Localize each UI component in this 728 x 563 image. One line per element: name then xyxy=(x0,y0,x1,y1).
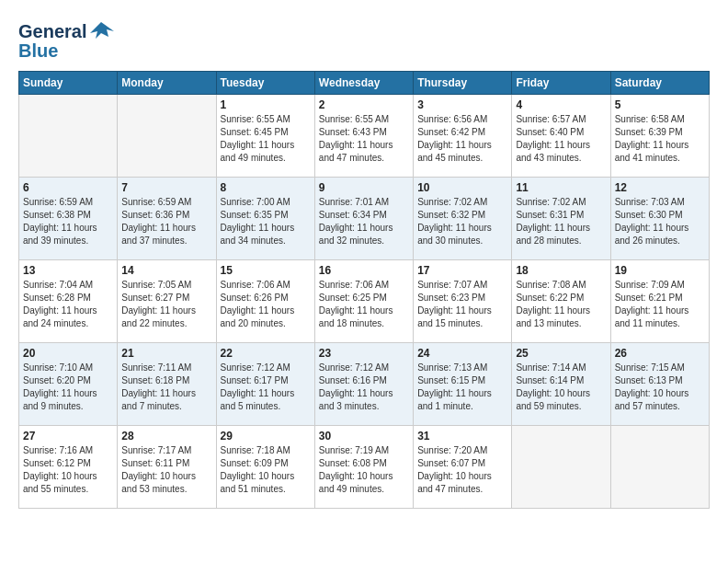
day-info: Sunrise: 7:07 AM Sunset: 6:23 PM Dayligh… xyxy=(417,279,507,330)
day-info: Sunrise: 7:09 AM Sunset: 6:21 PM Dayligh… xyxy=(615,279,705,330)
calendar-cell xyxy=(610,426,709,509)
calendar-table: SundayMondayTuesdayWednesdayThursdayFrid… xyxy=(18,71,710,509)
day-info: Sunrise: 7:03 AM Sunset: 6:30 PM Dayligh… xyxy=(615,196,705,247)
day-info: Sunrise: 7:17 AM Sunset: 6:11 PM Dayligh… xyxy=(121,444,211,496)
day-number: 21 xyxy=(121,347,211,360)
day-number: 9 xyxy=(319,181,409,194)
calendar-cell: 17Sunrise: 7:07 AM Sunset: 6:23 PM Dayli… xyxy=(414,260,512,343)
day-number: 2 xyxy=(319,98,409,111)
day-number: 25 xyxy=(516,347,606,360)
day-info: Sunrise: 7:16 AM Sunset: 6:12 PM Dayligh… xyxy=(23,444,113,496)
day-info: Sunrise: 7:04 AM Sunset: 6:28 PM Dayligh… xyxy=(23,279,113,330)
calendar-cell xyxy=(512,426,610,509)
day-number: 1 xyxy=(221,98,311,111)
day-number: 26 xyxy=(615,347,705,360)
day-number: 27 xyxy=(23,430,113,442)
day-info: Sunrise: 6:55 AM Sunset: 6:45 PM Dayligh… xyxy=(221,113,311,165)
weekday-header-wednesday: Wednesday xyxy=(314,72,413,95)
weekday-header-tuesday: Tuesday xyxy=(216,72,314,95)
day-number: 6 xyxy=(23,181,113,194)
day-info: Sunrise: 7:12 AM Sunset: 6:16 PM Dayligh… xyxy=(319,362,409,413)
day-info: Sunrise: 6:56 AM Sunset: 6:42 PM Dayligh… xyxy=(417,113,507,165)
day-info: Sunrise: 7:20 AM Sunset: 6:07 PM Dayligh… xyxy=(417,444,507,496)
day-number: 5 xyxy=(615,98,705,111)
day-info: Sunrise: 7:12 AM Sunset: 6:17 PM Dayligh… xyxy=(221,362,311,413)
calendar-cell: 16Sunrise: 7:06 AM Sunset: 6:25 PM Dayli… xyxy=(314,260,413,343)
day-info: Sunrise: 7:15 AM Sunset: 6:13 PM Dayligh… xyxy=(615,362,705,413)
page-header: General Blue xyxy=(18,18,710,62)
day-number: 12 xyxy=(615,181,705,194)
logo-text-blue: Blue xyxy=(18,40,58,62)
day-number: 30 xyxy=(319,430,409,442)
calendar-cell: 29Sunrise: 7:18 AM Sunset: 6:09 PM Dayli… xyxy=(216,426,314,509)
calendar-cell: 3Sunrise: 6:56 AM Sunset: 6:42 PM Daylig… xyxy=(414,95,512,178)
day-number: 19 xyxy=(615,264,705,277)
day-number: 8 xyxy=(221,181,311,194)
weekday-header-row: SundayMondayTuesdayWednesdayThursdayFrid… xyxy=(19,72,710,95)
calendar-cell: 21Sunrise: 7:11 AM Sunset: 6:18 PM Dayli… xyxy=(118,343,216,426)
calendar-cell: 6Sunrise: 6:59 AM Sunset: 6:38 PM Daylig… xyxy=(19,178,118,260)
calendar-cell: 18Sunrise: 7:08 AM Sunset: 6:22 PM Dayli… xyxy=(512,260,610,343)
day-info: Sunrise: 7:06 AM Sunset: 6:26 PM Dayligh… xyxy=(221,279,311,330)
day-number: 24 xyxy=(417,347,507,360)
day-info: Sunrise: 7:05 AM Sunset: 6:27 PM Dayligh… xyxy=(121,279,211,330)
weekday-header-thursday: Thursday xyxy=(414,72,512,95)
calendar-week-5: 27Sunrise: 7:16 AM Sunset: 6:12 PM Dayli… xyxy=(19,426,710,509)
day-info: Sunrise: 7:08 AM Sunset: 6:22 PM Dayligh… xyxy=(516,279,606,330)
calendar-cell: 15Sunrise: 7:06 AM Sunset: 6:26 PM Dayli… xyxy=(216,260,314,343)
calendar-week-1: 1Sunrise: 6:55 AM Sunset: 6:45 PM Daylig… xyxy=(19,95,710,178)
day-number: 10 xyxy=(417,181,507,194)
calendar-week-3: 13Sunrise: 7:04 AM Sunset: 6:28 PM Dayli… xyxy=(19,260,710,343)
logo: General Blue xyxy=(18,18,114,62)
day-number: 3 xyxy=(417,98,507,111)
svg-marker-0 xyxy=(90,22,114,39)
logo-text-general: General xyxy=(18,21,86,42)
day-number: 20 xyxy=(23,347,113,360)
day-number: 31 xyxy=(417,430,507,442)
day-info: Sunrise: 6:59 AM Sunset: 6:36 PM Dayligh… xyxy=(121,196,211,247)
calendar-cell: 13Sunrise: 7:04 AM Sunset: 6:28 PM Dayli… xyxy=(19,260,118,343)
calendar-cell: 14Sunrise: 7:05 AM Sunset: 6:27 PM Dayli… xyxy=(118,260,216,343)
logo-bird-icon xyxy=(88,18,114,44)
weekday-header-monday: Monday xyxy=(118,72,216,95)
weekday-header-friday: Friday xyxy=(512,72,610,95)
day-number: 15 xyxy=(221,264,311,277)
day-info: Sunrise: 7:02 AM Sunset: 6:32 PM Dayligh… xyxy=(417,196,507,247)
calendar-cell: 26Sunrise: 7:15 AM Sunset: 6:13 PM Dayli… xyxy=(610,343,709,426)
calendar-cell: 24Sunrise: 7:13 AM Sunset: 6:15 PM Dayli… xyxy=(414,343,512,426)
day-info: Sunrise: 7:06 AM Sunset: 6:25 PM Dayligh… xyxy=(319,279,409,330)
day-number: 4 xyxy=(516,98,606,111)
calendar-cell: 10Sunrise: 7:02 AM Sunset: 6:32 PM Dayli… xyxy=(414,178,512,260)
calendar-week-4: 20Sunrise: 7:10 AM Sunset: 6:20 PM Dayli… xyxy=(19,343,710,426)
calendar-cell: 28Sunrise: 7:17 AM Sunset: 6:11 PM Dayli… xyxy=(118,426,216,509)
day-info: Sunrise: 7:19 AM Sunset: 6:08 PM Dayligh… xyxy=(319,444,409,496)
day-info: Sunrise: 7:13 AM Sunset: 6:15 PM Dayligh… xyxy=(417,362,507,413)
day-number: 29 xyxy=(221,430,311,442)
calendar-cell xyxy=(19,95,118,178)
calendar-cell: 22Sunrise: 7:12 AM Sunset: 6:17 PM Dayli… xyxy=(216,343,314,426)
day-info: Sunrise: 7:11 AM Sunset: 6:18 PM Dayligh… xyxy=(121,362,211,413)
day-number: 23 xyxy=(319,347,409,360)
calendar-cell: 8Sunrise: 7:00 AM Sunset: 6:35 PM Daylig… xyxy=(216,178,314,260)
calendar-cell: 27Sunrise: 7:16 AM Sunset: 6:12 PM Dayli… xyxy=(19,426,118,509)
day-number: 22 xyxy=(221,347,311,360)
day-info: Sunrise: 7:01 AM Sunset: 6:34 PM Dayligh… xyxy=(319,196,409,247)
calendar-cell: 23Sunrise: 7:12 AM Sunset: 6:16 PM Dayli… xyxy=(314,343,413,426)
day-info: Sunrise: 6:57 AM Sunset: 6:40 PM Dayligh… xyxy=(516,113,606,165)
calendar-cell: 31Sunrise: 7:20 AM Sunset: 6:07 PM Dayli… xyxy=(414,426,512,509)
calendar-cell: 4Sunrise: 6:57 AM Sunset: 6:40 PM Daylig… xyxy=(512,95,610,178)
calendar-cell: 11Sunrise: 7:02 AM Sunset: 6:31 PM Dayli… xyxy=(512,178,610,260)
day-info: Sunrise: 6:55 AM Sunset: 6:43 PM Dayligh… xyxy=(319,113,409,165)
calendar-cell: 5Sunrise: 6:58 AM Sunset: 6:39 PM Daylig… xyxy=(610,95,709,178)
calendar-cell: 25Sunrise: 7:14 AM Sunset: 6:14 PM Dayli… xyxy=(512,343,610,426)
calendar-cell xyxy=(118,95,216,178)
calendar-cell: 1Sunrise: 6:55 AM Sunset: 6:45 PM Daylig… xyxy=(216,95,314,178)
day-info: Sunrise: 6:58 AM Sunset: 6:39 PM Dayligh… xyxy=(615,113,705,165)
day-number: 18 xyxy=(516,264,606,277)
day-info: Sunrise: 7:18 AM Sunset: 6:09 PM Dayligh… xyxy=(221,444,311,496)
day-number: 16 xyxy=(319,264,409,277)
day-number: 7 xyxy=(121,181,211,194)
day-info: Sunrise: 6:59 AM Sunset: 6:38 PM Dayligh… xyxy=(23,196,113,247)
calendar-week-2: 6Sunrise: 6:59 AM Sunset: 6:38 PM Daylig… xyxy=(19,178,710,260)
weekday-header-sunday: Sunday xyxy=(19,72,118,95)
